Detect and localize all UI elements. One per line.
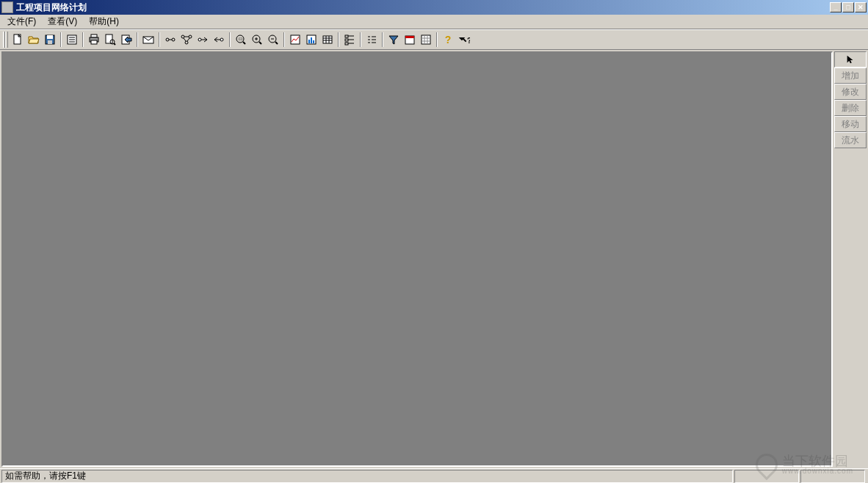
separator: [338, 32, 339, 47]
toolbar-grip: [3, 32, 8, 48]
export-icon: [120, 34, 132, 46]
separator: [436, 32, 438, 47]
svg-text:?: ?: [445, 34, 452, 46]
content-area: 增加 修改 删除 移动 流水: [0, 50, 868, 468]
zoom-out-button[interactable]: [265, 32, 281, 48]
link-button[interactable]: [162, 32, 178, 48]
minimize-button[interactable]: _: [830, 2, 842, 12]
svg-rect-62: [422, 35, 430, 44]
svg-rect-8: [91, 34, 97, 37]
filter-icon: [388, 34, 399, 46]
svg-rect-38: [308, 40, 310, 43]
menu-help[interactable]: 帮助(H): [83, 14, 125, 29]
grid-icon: [420, 34, 432, 46]
network-icon: [181, 34, 192, 46]
svg-rect-40: [313, 40, 314, 43]
svg-point-21: [185, 41, 188, 44]
separator: [60, 32, 62, 47]
context-help-icon: ?: [458, 34, 470, 46]
chart2-button[interactable]: [303, 32, 319, 48]
menu-view[interactable]: 查看(V): [42, 14, 83, 29]
chart1-button[interactable]: [287, 32, 303, 48]
app-icon: [1, 1, 13, 13]
window-controls: _ □ ✕: [830, 2, 867, 12]
save-button[interactable]: [42, 32, 58, 48]
close-button[interactable]: ✕: [855, 2, 867, 12]
title-bar: 工程项目网络计划 _ □ ✕: [0, 0, 868, 15]
svg-rect-59: [405, 36, 414, 38]
svg-rect-46: [345, 35, 348, 37]
pointer-tool-button[interactable]: [834, 51, 867, 68]
move-tool-button[interactable]: 移动: [834, 116, 867, 132]
table-button[interactable]: [319, 32, 336, 48]
svg-rect-48: [345, 43, 348, 45]
svg-rect-41: [323, 36, 332, 43]
status-pane-1: [734, 470, 799, 483]
menu-file[interactable]: 文件(F): [1, 14, 42, 29]
add-tool-button[interactable]: 增加: [834, 68, 867, 84]
print-icon: [88, 34, 100, 46]
separator: [159, 32, 160, 47]
arrow-right-icon: [213, 34, 225, 46]
delete-tool-button[interactable]: 删除: [834, 100, 867, 116]
mail-icon: [142, 34, 154, 46]
separator: [382, 32, 383, 47]
export-button[interactable]: [118, 32, 134, 48]
arrow-right-button[interactable]: [211, 32, 227, 48]
calendar-button[interactable]: [402, 32, 418, 48]
link-icon: [164, 34, 176, 46]
list-icon: [366, 34, 377, 46]
save-icon: [44, 34, 56, 46]
svg-point-20: [189, 35, 192, 38]
svg-point-17: [172, 38, 175, 41]
pointer-icon: [845, 54, 856, 65]
table-icon: [322, 34, 333, 46]
properties-button[interactable]: [64, 32, 80, 48]
status-text: 如需帮助，请按F1键: [1, 470, 733, 483]
tree-icon: [344, 34, 355, 46]
flow-tool-button[interactable]: 流水: [834, 132, 867, 148]
new-file-icon: [12, 34, 23, 46]
separator: [137, 32, 138, 47]
mail-button[interactable]: [140, 32, 156, 48]
status-pane-2: [800, 470, 865, 483]
toolbar: ⊡ ? ?: [0, 29, 868, 50]
status-bar: 如需帮助，请按F1键: [0, 468, 868, 483]
zoom-in-icon: [251, 34, 263, 46]
maximize-button[interactable]: □: [842, 2, 854, 12]
svg-line-13: [114, 43, 115, 45]
svg-point-25: [220, 38, 223, 41]
separator: [360, 32, 361, 47]
list-button[interactable]: [364, 32, 380, 48]
zoom-fit-button[interactable]: ⊡: [233, 32, 249, 48]
zoom-in-button[interactable]: [249, 32, 265, 48]
print-button[interactable]: [86, 32, 102, 48]
open-button[interactable]: [26, 32, 42, 48]
zoom-out-icon: [267, 34, 279, 46]
window-title: 工程项目网络计划: [16, 1, 830, 14]
print-preview-button[interactable]: [102, 32, 118, 48]
svg-line-34: [275, 42, 278, 44]
print-preview-icon: [104, 34, 116, 46]
help-icon: ?: [442, 34, 454, 46]
help-button[interactable]: ?: [440, 32, 456, 48]
menu-bar: 文件(F) 查看(V) 帮助(H): [0, 15, 868, 29]
svg-point-16: [166, 38, 169, 41]
svg-rect-2: [47, 35, 53, 39]
svg-line-30: [259, 42, 261, 44]
new-button[interactable]: [10, 32, 26, 48]
filter-button[interactable]: [386, 32, 402, 48]
canvas-area[interactable]: [1, 51, 833, 467]
svg-rect-47: [345, 39, 348, 41]
context-help-button[interactable]: ?: [456, 32, 472, 48]
svg-line-27: [243, 42, 245, 44]
modify-tool-button[interactable]: 修改: [834, 84, 867, 100]
properties-icon: [66, 34, 78, 46]
svg-point-23: [198, 38, 201, 41]
bar-chart-icon: [305, 34, 317, 46]
right-toolbar: 增加 修改 删除 移动 流水: [833, 50, 868, 468]
grid-button[interactable]: [418, 32, 434, 48]
network-button[interactable]: [178, 32, 195, 48]
tree-button[interactable]: [341, 32, 358, 48]
arrow-left-button[interactable]: [195, 32, 211, 48]
